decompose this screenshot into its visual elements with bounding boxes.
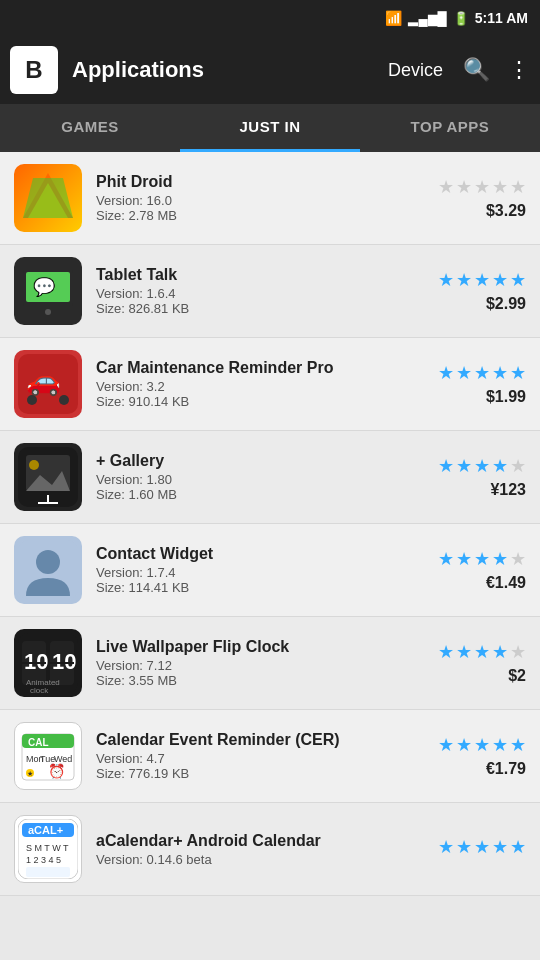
app-logo: B	[10, 46, 58, 94]
app-size: Size: 826.81 KB	[96, 301, 426, 316]
app-size: Size: 114.41 KB	[96, 580, 426, 595]
app-price: €1.49	[486, 574, 526, 592]
app-version: Version: 1.7.4	[96, 565, 426, 580]
app-info-live-wallpaper: Live Wallpaper Flip Clock Version: 7.12 …	[96, 638, 426, 688]
app-name: Tablet Talk	[96, 266, 426, 284]
star-5: ★	[510, 836, 526, 858]
star-4: ★	[492, 362, 508, 384]
app-icon-gallery	[14, 443, 82, 511]
tab-games[interactable]: GAMES	[0, 104, 180, 152]
app-version: Version: 1.6.4	[96, 286, 426, 301]
list-item[interactable]: Phit Droid Version: 16.0 Size: 2.78 MB ★…	[0, 152, 540, 245]
app-price: $3.29	[486, 202, 526, 220]
star-1: ★	[438, 362, 454, 384]
more-options-icon[interactable]: ⋮	[508, 57, 530, 83]
star-4: ★	[492, 269, 508, 291]
app-icon-live-wallpaper: 10 10 Animated clock	[14, 629, 82, 697]
star-5: ★	[510, 641, 526, 663]
app-version: Version: 7.12	[96, 658, 426, 673]
app-icon-calendar-event: CAL Mon Tue Wed ★ ⏰	[14, 722, 82, 790]
app-price: €1.79	[486, 760, 526, 778]
app-price: $1.99	[486, 388, 526, 406]
app-list: Phit Droid Version: 16.0 Size: 2.78 MB ★…	[0, 152, 540, 896]
app-info-car-maintenance: Car Maintenance Reminder Pro Version: 3.…	[96, 359, 426, 409]
star-1: ★	[438, 548, 454, 570]
star-5: ★	[510, 734, 526, 756]
header-icons: 🔍 ⋮	[463, 57, 530, 83]
app-icon-contact-widget	[14, 536, 82, 604]
svg-text:CAL: CAL	[28, 737, 49, 748]
app-version: Version: 0.14.6 beta	[96, 852, 426, 867]
app-info-contact-widget: Contact Widget Version: 1.7.4 Size: 114.…	[96, 545, 426, 595]
search-icon[interactable]: 🔍	[463, 57, 490, 83]
app-header: B Applications Device 🔍 ⋮	[0, 36, 540, 104]
list-item[interactable]: aCAL+ S M T W T 1 2 3 4 5 aCalendar+ And…	[0, 803, 540, 896]
tab-bar: GAMES JUST IN TOP APPS	[0, 104, 540, 152]
list-item[interactable]: 10 10 Animated clock Live Wallpaper Flip…	[0, 617, 540, 710]
star-3: ★	[474, 176, 490, 198]
star-rating: ★ ★ ★ ★ ★	[438, 836, 526, 858]
list-item[interactable]: CAL Mon Tue Wed ★ ⏰ Calendar Event Remin…	[0, 710, 540, 803]
star-3: ★	[474, 362, 490, 384]
list-item[interactable]: + Gallery Version: 1.80 Size: 1.60 MB ★ …	[0, 431, 540, 524]
battery-icon: 🔋	[453, 11, 469, 26]
app-info-calendar-event: Calendar Event Reminder (CER) Version: 4…	[96, 731, 426, 781]
app-size: Size: 776.19 KB	[96, 766, 426, 781]
svg-text:★: ★	[27, 770, 33, 777]
star-1: ★	[438, 734, 454, 756]
list-item[interactable]: Contact Widget Version: 1.7.4 Size: 114.…	[0, 524, 540, 617]
star-3: ★	[474, 548, 490, 570]
star-1: ★	[438, 641, 454, 663]
star-rating: ★ ★ ★ ★ ★	[438, 176, 526, 198]
wifi-icon: 📶	[385, 10, 402, 26]
star-5: ★	[510, 176, 526, 198]
star-4: ★	[492, 836, 508, 858]
star-3: ★	[474, 641, 490, 663]
app-rating-acalendar: ★ ★ ★ ★ ★	[426, 836, 526, 862]
app-info-phit-droid: Phit Droid Version: 16.0 Size: 2.78 MB	[96, 173, 426, 223]
svg-text:1 2 3 4 5: 1 2 3 4 5	[26, 855, 61, 865]
star-3: ★	[474, 455, 490, 477]
app-rating-wallpaper: ★ ★ ★ ★ ★ $2	[426, 641, 526, 685]
app-icon-car-maintenance: 🚗	[14, 350, 82, 418]
star-rating: ★ ★ ★ ★ ★	[438, 269, 526, 291]
star-3: ★	[474, 836, 490, 858]
status-icons: 📶 ▂▄▆█ 🔋 5:11 AM	[385, 10, 528, 26]
tab-just-in[interactable]: JUST IN	[180, 104, 360, 152]
app-info-tablet-talk: Tablet Talk Version: 1.6.4 Size: 826.81 …	[96, 266, 426, 316]
app-version: Version: 1.80	[96, 472, 426, 487]
star-2: ★	[456, 455, 472, 477]
svg-point-18	[36, 550, 60, 574]
app-rating-contact: ★ ★ ★ ★ ★ €1.49	[426, 548, 526, 592]
star-rating: ★ ★ ★ ★ ★	[438, 734, 526, 756]
tab-top-apps[interactable]: TOP APPS	[360, 104, 540, 152]
app-info-gallery: + Gallery Version: 1.80 Size: 1.60 MB	[96, 452, 426, 502]
app-rating-gallery: ★ ★ ★ ★ ★ ¥123	[426, 455, 526, 499]
app-icon-acalendar: aCAL+ S M T W T 1 2 3 4 5	[14, 815, 82, 883]
svg-text:🚗: 🚗	[26, 364, 61, 397]
star-2: ★	[456, 269, 472, 291]
device-button[interactable]: Device	[388, 60, 443, 81]
app-version: Version: 4.7	[96, 751, 426, 766]
status-bar: 📶 ▂▄▆█ 🔋 5:11 AM	[0, 0, 540, 36]
star-rating: ★ ★ ★ ★ ★	[438, 455, 526, 477]
svg-text:aCAL+: aCAL+	[28, 824, 63, 836]
list-item[interactable]: 🚗 Car Maintenance Reminder Pro Version: …	[0, 338, 540, 431]
app-name: Live Wallpaper Flip Clock	[96, 638, 426, 656]
svg-point-5	[45, 309, 51, 315]
app-size: Size: 910.14 KB	[96, 394, 426, 409]
star-4: ★	[492, 176, 508, 198]
app-icon-tablet-talk: 💬	[14, 257, 82, 325]
app-rating-car: ★ ★ ★ ★ ★ $1.99	[426, 362, 526, 406]
star-4: ★	[492, 548, 508, 570]
star-3: ★	[474, 269, 490, 291]
star-rating: ★ ★ ★ ★ ★	[438, 641, 526, 663]
star-1: ★	[438, 176, 454, 198]
app-price: $2	[508, 667, 526, 685]
star-5: ★	[510, 362, 526, 384]
star-1: ★	[438, 836, 454, 858]
list-item[interactable]: 💬 Tablet Talk Version: 1.6.4 Size: 826.8…	[0, 245, 540, 338]
app-size: Size: 1.60 MB	[96, 487, 426, 502]
app-name: Calendar Event Reminder (CER)	[96, 731, 426, 749]
star-4: ★	[492, 734, 508, 756]
